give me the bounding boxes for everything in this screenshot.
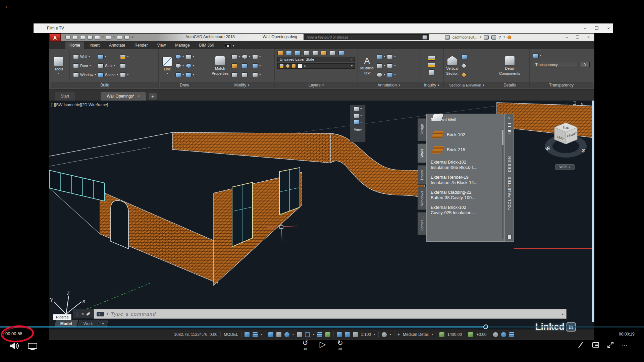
view-tool-1[interactable]: ▾ [354,107,362,111]
palette-item-render19[interactable]: External Render-19 Insulation-75 Block-1… [431,174,502,186]
osnap-dropdown-icon[interactable]: ▾ [313,333,314,336]
line-button[interactable]: Line ▾ [161,50,173,81]
palette-doc-icon[interactable] [507,235,512,239]
undo-dropdown-icon[interactable]: ▾ [102,36,104,39]
table-dropdown-icon[interactable]: ▾ [394,73,395,76]
polar-dropdown-icon[interactable]: ▾ [292,333,294,336]
aec-display-icon[interactable] [439,332,444,337]
rotate-dropdown-icon[interactable]: ▾ [249,55,250,58]
hardware-accel-shield-icon[interactable] [501,332,506,337]
leader-button[interactable]: ▾ [377,62,385,69]
tab-annotate[interactable]: Annotate [105,42,129,49]
table-button[interactable]: ▾ [387,71,395,78]
new-drawing-tab-button[interactable]: + [149,93,157,100]
file-tab-start[interactable]: Start [55,92,75,101]
palette-tab-walls[interactable]: Walls [418,143,426,163]
drawing-close-button[interactable]: × [581,102,583,106]
panel-layers-label[interactable]: Layers▾ [275,82,358,88]
polyline-dropdown-icon[interactable]: ▾ [193,55,194,58]
account-dropdown-icon[interactable]: ▾ [480,36,481,39]
array-button[interactable]: ▾ [252,71,261,78]
column-grid-button[interactable]: ▾ [120,53,128,60]
palette-properties-icon[interactable] [508,130,511,133]
layer-match-icon[interactable] [286,51,292,55]
grid-dropdown-icon[interactable]: ▾ [127,55,128,58]
undo-icon[interactable] [95,35,100,40]
command-recent-dropdown-icon[interactable]: ▾ [107,313,108,315]
isodraft-icon[interactable] [297,332,302,337]
open-file-icon[interactable] [73,35,78,40]
help-search-field[interactable]: Type a keyword or phrase [304,34,429,40]
transparency-input[interactable]: Transparency [533,62,578,67]
screencast-button[interactable]: ▾ [224,44,234,48]
annotation-people-icon[interactable] [353,332,358,337]
filmtv-maximize-button[interactable] [595,26,598,30]
layer-bulb-icon[interactable] [280,64,284,68]
layer-isolate-icon[interactable] [304,51,309,55]
cast-to-device-icon[interactable] [28,343,37,350]
rectangle-button[interactable]: ▾ [175,71,184,78]
filmtv-minimize-button[interactable]: − [584,26,587,31]
drawing-viewport[interactable]: Z Y X [-][SW Isometric][2D Wireframe] − … [49,101,594,329]
view-tool-3-dropdown-icon[interactable]: ▾ [360,121,362,124]
quick-measure-icon[interactable]: + [397,332,400,337]
new-file-icon[interactable] [65,35,70,40]
panel-details-label[interactable]: Details [490,82,529,88]
panel-modify-label[interactable]: Modify▾ [209,82,274,88]
forward-30-button[interactable]: ↻ 30 [335,339,345,351]
circle-button[interactable]: ▾ [175,62,184,69]
roof-dropdown-icon[interactable]: ▾ [105,55,106,58]
hatch-button[interactable]: ▾ [186,71,194,78]
cloud-share-icon[interactable] [117,35,122,40]
palette-autohide-icon[interactable] [508,123,511,127]
acad-minimize-button[interactable]: − [566,35,568,40]
app-store-cart-icon[interactable] [484,35,489,40]
layer-color-swatch[interactable] [298,64,302,68]
elevation-value[interactable]: 1400.00 [447,332,462,337]
isolate-objects-icon[interactable] [493,332,498,337]
rectangle-dropdown-icon[interactable]: ▾ [182,73,184,76]
palette-tab-doors[interactable]: Doors [418,165,426,185]
help-dropdown-icon[interactable]: ▾ [503,36,505,39]
qat-customize-icon[interactable]: ▾ [132,36,133,39]
save-icon[interactable] [80,35,85,40]
wipeout-button[interactable]: ▾ [387,53,395,60]
dimension-dropdown-icon[interactable]: ▾ [384,55,385,58]
slab-button[interactable]: ▾ [120,71,128,78]
model-space-button[interactable]: MODEL [224,332,238,337]
layer-off-icon[interactable] [330,51,335,55]
polar-tracking-icon[interactable] [284,332,289,337]
ellipse-button[interactable]: ▾ [186,62,194,69]
match-properties-button[interactable]: Match Properties [211,50,229,81]
explode-button[interactable] [231,71,240,78]
account-name[interactable]: cadfmconsult... [452,35,477,39]
tab-manage[interactable]: Manage [171,42,194,49]
measure-distance-icon[interactable] [428,56,435,61]
door-button[interactable]: Door▾ [73,62,96,69]
palette-tab-corner[interactable]: Corner ... [418,212,426,235]
ortho-mode-icon[interactable] [276,332,281,337]
tools-button[interactable]: Tools ▾ [53,50,65,81]
annotation-leader2-button[interactable]: ▾ [387,62,395,69]
view-tool-2-dropdown-icon[interactable]: ▾ [360,114,362,117]
box-tool-button[interactable] [120,62,128,69]
view-tool-2[interactable]: ▾ [354,113,362,118]
command-input[interactable]: >_ ▾ Type a command ▴ [94,309,567,319]
object-snap-icon[interactable] [305,332,310,337]
drawing-restore-button[interactable] [573,102,576,105]
erase-button[interactable] [231,62,240,69]
stair-button[interactable]: Stair▾ [98,62,118,69]
notification-dot-icon[interactable] [507,36,511,39]
section-doc-button[interactable] [462,53,467,60]
window-dropdown-icon[interactable]: ▾ [95,73,96,76]
move-dropdown-icon[interactable]: ▾ [238,55,240,58]
leader2-dropdown-icon[interactable]: ▾ [394,64,395,67]
bubble-dropdown-icon[interactable]: ▾ [384,73,385,76]
tab-insert[interactable]: Insert [86,42,104,49]
wall-button[interactable]: Wall▾ [73,53,96,60]
palette-tab-design[interactable]: Design [418,118,426,141]
z-offset-value[interactable]: +0.00 [476,332,486,337]
door-dropdown-icon[interactable]: ▾ [90,64,91,67]
leader-dropdown-icon[interactable]: ▾ [384,64,385,67]
scale-dropdown-icon[interactable]: ▾ [374,333,375,336]
